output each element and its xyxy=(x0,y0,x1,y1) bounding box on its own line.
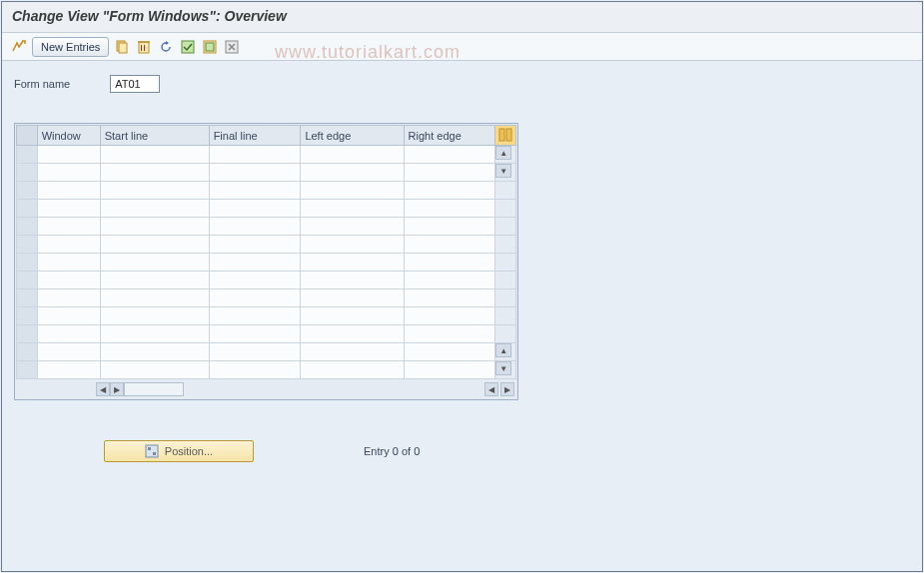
cell[interactable] xyxy=(100,164,209,182)
cell[interactable] xyxy=(209,361,301,379)
hscroll-end-left-icon[interactable]: ◀ xyxy=(484,382,498,396)
cell[interactable] xyxy=(100,325,209,343)
cell[interactable] xyxy=(404,307,495,325)
cell[interactable] xyxy=(404,236,495,254)
cell[interactable] xyxy=(37,254,100,272)
table-row[interactable] xyxy=(17,218,516,236)
cell[interactable] xyxy=(301,343,404,361)
cell[interactable] xyxy=(37,182,100,200)
cell[interactable] xyxy=(301,236,404,254)
col-window[interactable]: Window xyxy=(37,126,100,146)
cell[interactable] xyxy=(37,272,100,289)
cell[interactable] xyxy=(404,146,495,164)
hscroll-track[interactable] xyxy=(124,382,184,396)
cell[interactable] xyxy=(404,343,495,361)
deselect-all-icon[interactable] xyxy=(223,38,241,56)
table-row[interactable] xyxy=(17,289,516,307)
vscroll-up-icon[interactable]: ▲ xyxy=(495,146,511,160)
copy-icon[interactable] xyxy=(113,38,131,56)
cell[interactable] xyxy=(37,325,100,343)
cell[interactable] xyxy=(209,146,301,164)
table-row[interactable] xyxy=(17,325,516,343)
cell[interactable] xyxy=(37,343,100,361)
cell[interactable] xyxy=(404,289,495,307)
cell[interactable] xyxy=(209,325,301,343)
cell[interactable] xyxy=(37,200,100,218)
select-all-icon[interactable] xyxy=(179,38,197,56)
table-row[interactable]: ▲ xyxy=(17,146,516,164)
cell[interactable] xyxy=(301,200,404,218)
cell[interactable] xyxy=(209,218,301,236)
cell[interactable] xyxy=(100,182,209,200)
row-handle[interactable] xyxy=(17,272,38,289)
table-row[interactable]: ▼ xyxy=(17,361,516,379)
cell[interactable] xyxy=(100,307,209,325)
delete-icon[interactable] xyxy=(135,38,153,56)
cell[interactable] xyxy=(209,164,301,182)
table-config-icon[interactable] xyxy=(495,126,516,146)
row-handle[interactable] xyxy=(17,307,38,325)
toggle-display-icon[interactable] xyxy=(10,38,28,56)
table-row[interactable] xyxy=(17,307,516,325)
cell[interactable] xyxy=(301,325,404,343)
table-row[interactable] xyxy=(17,182,516,200)
cell[interactable] xyxy=(301,307,404,325)
cell[interactable] xyxy=(100,361,209,379)
col-right-edge[interactable]: Right edge xyxy=(404,126,495,146)
row-handle[interactable] xyxy=(17,236,38,254)
cell[interactable] xyxy=(404,218,495,236)
row-handle[interactable] xyxy=(17,361,38,379)
cell[interactable] xyxy=(100,272,209,289)
cell[interactable] xyxy=(404,254,495,272)
table-row[interactable] xyxy=(17,236,516,254)
row-handle[interactable] xyxy=(17,218,38,236)
cell[interactable] xyxy=(209,254,301,272)
cell[interactable] xyxy=(100,236,209,254)
cell[interactable] xyxy=(301,146,404,164)
cell[interactable] xyxy=(100,146,209,164)
table-row[interactable]: ▲ xyxy=(17,343,516,361)
cell[interactable] xyxy=(209,307,301,325)
data-grid[interactable]: Window Start line Final line Left edge R… xyxy=(16,125,516,379)
select-all-handle[interactable] xyxy=(17,126,38,146)
cell[interactable] xyxy=(37,218,100,236)
cell[interactable] xyxy=(209,272,301,289)
row-handle[interactable] xyxy=(17,182,38,200)
row-handle[interactable] xyxy=(17,164,38,182)
cell[interactable] xyxy=(100,254,209,272)
select-block-icon[interactable] xyxy=(201,38,219,56)
row-handle[interactable] xyxy=(17,200,38,218)
cell[interactable] xyxy=(209,289,301,307)
hscroll-left-icon[interactable]: ◀ xyxy=(96,382,110,396)
cell[interactable] xyxy=(301,182,404,200)
vscroll-down-icon[interactable]: ▼ xyxy=(495,164,511,178)
table-row[interactable] xyxy=(17,200,516,218)
cell[interactable] xyxy=(100,218,209,236)
cell[interactable] xyxy=(100,289,209,307)
form-name-input[interactable] xyxy=(110,75,160,93)
col-left-edge[interactable]: Left edge xyxy=(301,126,404,146)
cell[interactable] xyxy=(100,200,209,218)
cell[interactable] xyxy=(37,146,100,164)
cell[interactable] xyxy=(209,182,301,200)
table-row[interactable]: ▼ xyxy=(17,164,516,182)
cell[interactable] xyxy=(404,361,495,379)
row-handle[interactable] xyxy=(17,343,38,361)
cell[interactable] xyxy=(37,236,100,254)
cell[interactable] xyxy=(404,200,495,218)
cell[interactable] xyxy=(209,200,301,218)
cell[interactable] xyxy=(301,218,404,236)
row-handle[interactable] xyxy=(17,146,38,164)
table-row[interactable] xyxy=(17,254,516,272)
cell[interactable] xyxy=(37,164,100,182)
row-handle[interactable] xyxy=(17,325,38,343)
hscroll-end-right-icon[interactable]: ▶ xyxy=(500,382,514,396)
cell[interactable] xyxy=(209,236,301,254)
cell[interactable] xyxy=(100,343,209,361)
position-button[interactable]: Position... xyxy=(104,440,254,462)
cell[interactable] xyxy=(301,289,404,307)
new-entries-button[interactable]: New Entries xyxy=(32,37,109,57)
vscroll-down-end-icon[interactable]: ▼ xyxy=(495,361,511,375)
cell[interactable] xyxy=(301,254,404,272)
cell[interactable] xyxy=(404,272,495,289)
